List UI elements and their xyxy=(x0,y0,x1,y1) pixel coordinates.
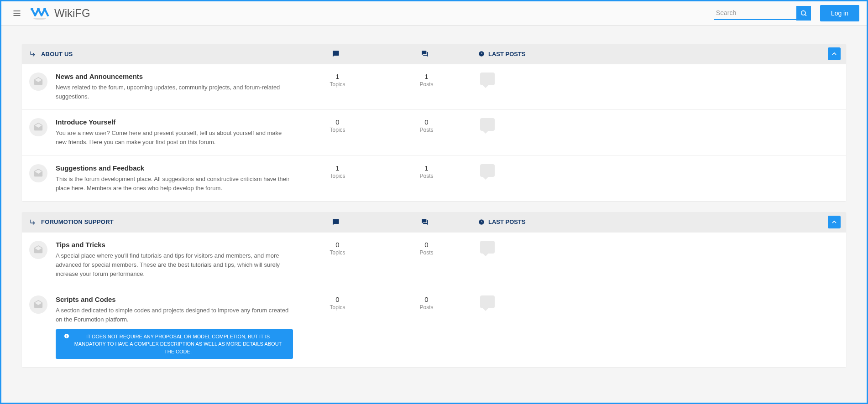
topics-label: Topics xyxy=(293,304,382,311)
header: WikiFG Log in xyxy=(1,1,867,26)
menu-icon[interactable] xyxy=(9,5,25,21)
logo[interactable]: WikiFG xyxy=(31,6,90,20)
forum-notice-text: IT DOES NOT REQUIRE ANY PROPOSAL OR MODE… xyxy=(71,333,285,356)
forum-row: Suggestions and Feedback This is the for… xyxy=(22,155,846,201)
posts-stat: 0 Posts xyxy=(382,241,471,279)
forum-title[interactable]: Tips and Tricks xyxy=(56,241,293,249)
posts-stat: 0 Posts xyxy=(382,118,471,147)
content: ABOUT US LAST POSTS News and Anno xyxy=(1,26,867,387)
forum-description: This is the forum development place. All… xyxy=(56,175,293,193)
topics-count: 1 xyxy=(293,73,382,80)
category: ABOUT US LAST POSTS News and Anno xyxy=(22,44,846,201)
last-post-col xyxy=(471,164,695,193)
envelope-icon xyxy=(29,295,47,314)
envelope-icon xyxy=(29,241,47,259)
posts-count: 0 xyxy=(382,295,471,303)
posts-label: Posts xyxy=(382,127,471,133)
empty-bubble-icon xyxy=(480,295,495,308)
chat-icon xyxy=(332,218,340,226)
forum-title[interactable]: News and Announcements xyxy=(56,73,293,80)
category: FORUMOTION SUPPORT LAST POSTS Tip xyxy=(22,212,846,367)
topics-column-icon xyxy=(291,50,380,57)
category-header: ABOUT US LAST POSTS xyxy=(22,44,846,64)
collapse-button[interactable] xyxy=(828,216,841,228)
topics-label: Topics xyxy=(293,127,382,133)
collapse-button[interactable] xyxy=(828,47,841,60)
posts-count: 1 xyxy=(382,73,471,80)
forum-notice: i IT DOES NOT REQUIRE ANY PROPOSAL OR MO… xyxy=(56,329,293,359)
posts-count: 1 xyxy=(382,164,471,172)
clock-icon xyxy=(478,219,485,225)
login-button[interactable]: Log in xyxy=(820,5,859,21)
last-posts-label: LAST POSTS xyxy=(488,51,526,57)
last-post-col xyxy=(471,118,695,147)
posts-column-icon xyxy=(380,218,469,226)
empty-bubble-icon xyxy=(480,164,495,177)
envelope-icon xyxy=(29,73,47,91)
topics-stat: 0 Topics xyxy=(293,241,382,279)
topics-count: 0 xyxy=(293,118,382,126)
chevron-up-icon xyxy=(831,218,838,226)
posts-stat: 1 Posts xyxy=(382,73,471,101)
svg-point-3 xyxy=(31,8,33,10)
topics-count: 0 xyxy=(293,241,382,249)
logo-icon xyxy=(31,6,50,20)
forum-title[interactable]: Suggestions and Feedback xyxy=(56,164,293,172)
forum-row: Scripts and Codes A section dedicated to… xyxy=(22,287,846,367)
qa-icon xyxy=(421,218,429,226)
forum-description: News related to the forum, upcoming upda… xyxy=(56,83,293,101)
last-posts-column: LAST POSTS xyxy=(469,218,693,225)
posts-label: Posts xyxy=(382,249,471,256)
forum-title[interactable]: Scripts and Codes xyxy=(56,295,293,303)
empty-bubble-icon xyxy=(480,118,495,131)
topics-stat: 0 Topics xyxy=(293,118,382,147)
topics-label: Topics xyxy=(293,173,382,179)
posts-label: Posts xyxy=(382,304,471,311)
posts-label: Posts xyxy=(382,81,471,88)
search-icon xyxy=(800,10,807,17)
qa-icon xyxy=(421,50,429,57)
forum-description: A special place where you'll find tutori… xyxy=(56,251,293,279)
posts-stat: 1 Posts xyxy=(382,164,471,193)
svg-line-8 xyxy=(805,15,806,16)
last-post-col xyxy=(471,295,695,359)
site-title: WikiFG xyxy=(54,7,90,20)
topics-stat: 1 Topics xyxy=(293,164,382,193)
svg-text:i: i xyxy=(66,334,67,337)
topics-count: 1 xyxy=(293,164,382,172)
info-icon: i xyxy=(64,333,69,339)
forum-description: You are a new user? Come here and presen… xyxy=(56,129,293,147)
chevron-up-icon xyxy=(831,50,838,57)
clock-icon xyxy=(478,51,485,57)
topics-stat: 1 Topics xyxy=(293,73,382,101)
chat-icon xyxy=(332,50,340,57)
search-button[interactable] xyxy=(796,6,811,21)
topics-label: Topics xyxy=(293,81,382,88)
search-input[interactable] xyxy=(714,6,796,20)
envelope-icon xyxy=(29,118,47,136)
last-posts-column: LAST POSTS xyxy=(469,51,693,57)
topics-stat: 0 Topics xyxy=(293,295,382,359)
last-post-col xyxy=(471,241,695,279)
envelope-icon xyxy=(29,164,47,182)
forum-title[interactable]: Introduce Yourself xyxy=(56,118,293,126)
posts-count: 0 xyxy=(382,241,471,249)
empty-bubble-icon xyxy=(480,73,495,85)
category-header: FORUMOTION SUPPORT LAST POSTS xyxy=(22,212,846,232)
topics-label: Topics xyxy=(293,249,382,256)
svg-point-6 xyxy=(33,18,46,20)
forum-row: Tips and Tricks A special place where yo… xyxy=(22,232,846,287)
topics-count: 0 xyxy=(293,295,382,303)
posts-column-icon xyxy=(380,50,469,57)
posts-label: Posts xyxy=(382,173,471,179)
forum-row: Introduce Yourself You are a new user? C… xyxy=(22,109,846,155)
last-post-col xyxy=(471,73,695,101)
svg-point-4 xyxy=(37,8,40,10)
forum-row: News and Announcements News related to t… xyxy=(22,64,846,109)
svg-point-5 xyxy=(43,8,46,10)
posts-count: 0 xyxy=(382,118,471,126)
topics-column-icon xyxy=(291,218,380,226)
forum-description: A section dedicated to simple codes and … xyxy=(56,306,293,324)
last-posts-label: LAST POSTS xyxy=(488,218,526,225)
empty-bubble-icon xyxy=(480,241,495,254)
